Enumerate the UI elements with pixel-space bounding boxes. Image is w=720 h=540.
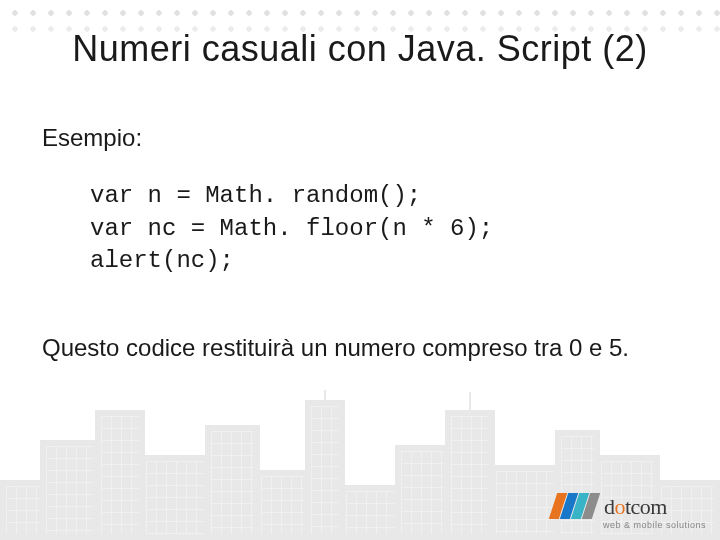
logo-mark-icon — [553, 493, 596, 519]
slide-body: Esempio: var n = Math. random(); var nc … — [42, 122, 678, 363]
code-line-2: var nc = Math. floor(n * 6); — [90, 215, 493, 242]
slide-title: Numeri casuali con Java. Script (2) — [0, 28, 720, 70]
code-block: var n = Math. random(); var nc = Math. f… — [90, 180, 678, 277]
example-label: Esempio: — [42, 122, 678, 154]
code-line-3: alert(nc); — [90, 247, 234, 274]
code-line-1: var n = Math. random(); — [90, 182, 421, 209]
slide: Numeri casuali con Java. Script (2) Esem… — [0, 0, 720, 540]
logo: dotcom web & mobile solutions — [553, 493, 706, 530]
logo-name: dotcom — [604, 496, 667, 518]
explanation-text: Questo codice restituirà un numero compr… — [42, 332, 678, 363]
logo-tagline: web & mobile solutions — [553, 521, 706, 530]
